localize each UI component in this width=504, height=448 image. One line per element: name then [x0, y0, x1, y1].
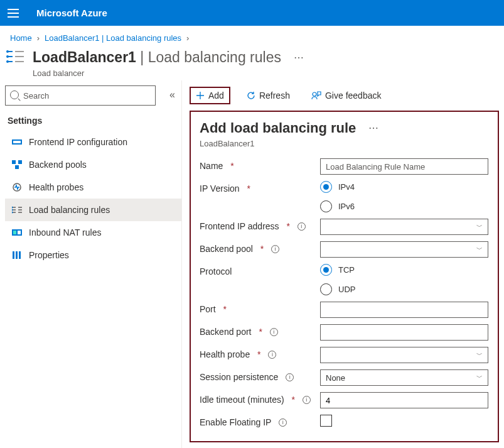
collapse-icon[interactable]: « — [169, 89, 175, 101]
refresh-icon — [247, 91, 255, 100]
sidebar-item-label: Health probes — [29, 182, 83, 192]
feedback-icon — [311, 91, 321, 100]
frontend-select[interactable]: ﹀ — [320, 219, 488, 235]
port-label: Port * — [200, 302, 320, 314]
chevron-down-icon: ﹀ — [476, 351, 483, 359]
svg-rect-6 — [18, 160, 22, 164]
sidebar-item-inbound-nat-rules[interactable]: Inbound NAT rules — [5, 221, 181, 244]
add-label: Add — [208, 90, 224, 101]
chevron-down-icon: ﹀ — [476, 373, 483, 382]
ipv6-radio[interactable]: IPv6 — [320, 200, 489, 212]
probe-select[interactable]: ﹀ — [320, 347, 488, 363]
more-icon[interactable]: ⋯ — [290, 48, 308, 67]
frontend-ip-icon — [11, 137, 23, 147]
idle-input[interactable] — [320, 392, 488, 408]
sidebar-item-load-balancing-rules[interactable]: Load balancing rules — [5, 199, 181, 221]
info-icon[interactable]: i — [268, 351, 276, 359]
info-icon[interactable]: i — [271, 245, 279, 253]
sidebar-item-health-probes[interactable]: Health probes — [5, 176, 181, 199]
main-area: Add Refresh Give feedback Add load balan… — [182, 80, 504, 448]
protocol-label: Protocol — [200, 264, 320, 276]
idle-label: Idle timeout (minutes) * i — [200, 392, 320, 405]
sidebar-item-label: Properties — [29, 250, 69, 260]
sidebar-item-label: Load balancing rules — [29, 205, 110, 215]
svg-rect-13 — [13, 231, 16, 234]
backendpool-label: Backend pool * i — [200, 241, 320, 254]
breadcrumb: Home › LoadBalancer1 | Load balancing ru… — [0, 26, 504, 48]
sidebar-item-label: Inbound NAT rules — [29, 227, 101, 238]
refresh-button[interactable]: Refresh — [242, 88, 295, 103]
page-title: LoadBalancer1 | Load balancing rules — [33, 49, 281, 66]
more-icon[interactable]: ⋯ — [365, 118, 383, 138]
backendport-label: Backend port * i — [200, 324, 320, 337]
floatingip-label: Enable Floating IP i — [200, 415, 320, 427]
panel-title: Add load balancing rule — [200, 120, 356, 136]
svg-rect-16 — [16, 251, 18, 259]
command-bar: Add Refresh Give feedback — [185, 84, 504, 111]
session-select[interactable]: None﹀ — [320, 369, 488, 386]
tcp-label: TCP — [338, 265, 355, 275]
svg-rect-17 — [19, 251, 21, 259]
page-subtitle: Load balancer — [33, 68, 308, 78]
info-icon[interactable]: i — [303, 396, 311, 404]
health-probes-icon — [11, 182, 23, 192]
chevron-right-icon: › — [37, 33, 40, 43]
name-input[interactable] — [320, 158, 488, 175]
svg-rect-14 — [18, 231, 21, 234]
refresh-label: Refresh — [259, 90, 290, 101]
breadcrumb-home[interactable]: Home — [10, 33, 32, 43]
svg-point-1 — [6, 55, 9, 58]
svg-point-11 — [12, 212, 13, 214]
port-input[interactable] — [320, 302, 488, 318]
svg-rect-15 — [13, 251, 14, 259]
page-header: LoadBalancer1 | Load balancing rules ⋯ L… — [0, 48, 504, 80]
udp-radio[interactable]: UDP — [320, 283, 489, 295]
info-icon[interactable]: i — [298, 222, 306, 231]
name-label: Name * — [200, 158, 320, 171]
ipv6-label: IPv6 — [338, 202, 355, 211]
tcp-radio[interactable]: TCP — [320, 264, 489, 276]
sidebar-item-backend-pools[interactable]: Backend pools — [5, 153, 181, 176]
inbound-nat-icon — [11, 227, 23, 238]
properties-icon — [11, 250, 23, 260]
info-icon[interactable]: i — [286, 373, 294, 381]
svg-rect-7 — [15, 165, 19, 169]
svg-point-0 — [6, 50, 9, 53]
sidebar-item-label: Backend pools — [29, 160, 87, 170]
floatingip-checkbox[interactable] — [320, 415, 332, 427]
sidebar: « Settings Frontend IP configuration Bac… — [0, 80, 182, 448]
ipv4-radio[interactable]: IPv4 — [320, 181, 489, 193]
add-button[interactable]: Add — [190, 87, 230, 104]
udp-label: UDP — [338, 285, 355, 294]
svg-point-2 — [6, 60, 9, 63]
search-input[interactable] — [5, 85, 156, 106]
backendport-input[interactable] — [320, 324, 488, 341]
panel-subtitle: LoadBalancer1 — [200, 139, 489, 148]
load-balancing-rules-icon — [11, 205, 23, 215]
svg-rect-5 — [12, 160, 16, 164]
sidebar-item-frontend-ip[interactable]: Frontend IP configuration — [5, 131, 181, 153]
svg-point-9 — [12, 207, 13, 209]
load-balancer-icon — [6, 48, 26, 67]
sidebar-section-label: Settings — [5, 112, 181, 131]
session-label: Session persistence i — [200, 369, 320, 382]
sidebar-item-label: Frontend IP configuration — [29, 137, 127, 147]
azure-topbar: Microsoft Azure — [0, 0, 504, 26]
svg-rect-4 — [13, 141, 21, 143]
breadcrumb-rules[interactable]: LoadBalancer1 | Load balancing rules — [45, 33, 181, 43]
session-value: None — [326, 373, 345, 383]
info-icon[interactable]: i — [270, 328, 278, 336]
info-icon[interactable]: i — [279, 418, 287, 427]
menu-icon[interactable] — [8, 9, 19, 18]
sidebar-item-properties[interactable]: Properties — [5, 244, 181, 266]
chevron-down-icon: ﹀ — [476, 245, 483, 254]
probe-label: Health probe * i — [200, 347, 320, 359]
svg-point-18 — [313, 92, 316, 96]
search-icon — [10, 90, 19, 99]
backendpool-select[interactable]: ﹀ — [320, 241, 488, 258]
chevron-down-icon: ﹀ — [476, 222, 483, 231]
add-rule-panel: Add load balancing rule ⋯ LoadBalancer1 … — [190, 111, 499, 442]
ipv4-label: IPv4 — [338, 182, 355, 192]
svg-point-10 — [12, 209, 13, 211]
feedback-button[interactable]: Give feedback — [306, 88, 387, 103]
